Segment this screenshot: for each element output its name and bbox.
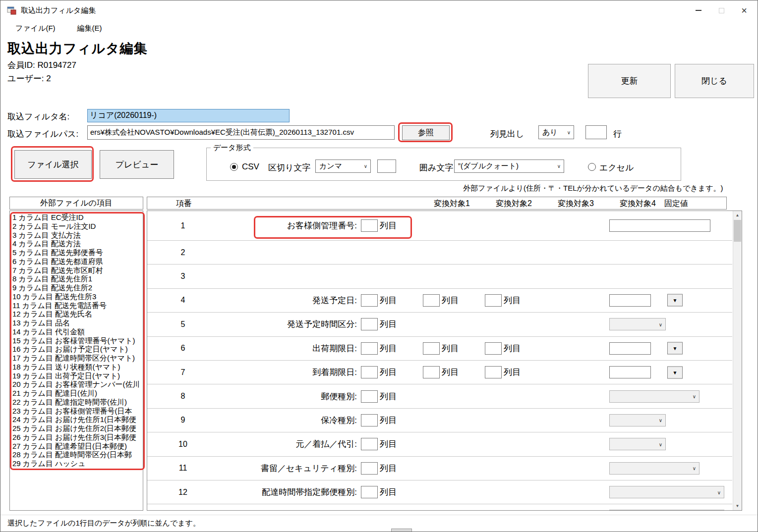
scroll-up-icon[interactable]: ▲ bbox=[733, 211, 742, 219]
external-file-item[interactable]: 5 カラム目 配送先郵便番号 bbox=[12, 248, 143, 257]
external-file-item[interactable]: 9 カラム目 配送先住所2 bbox=[12, 283, 143, 292]
fixed-value-select[interactable]: ∨ bbox=[609, 318, 666, 330]
external-file-item[interactable]: 21 カラム目 配達日(佐川) bbox=[12, 389, 143, 398]
column-number-input[interactable] bbox=[361, 318, 378, 330]
column-number-input[interactable] bbox=[361, 219, 378, 232]
external-file-item[interactable]: 2 カラム目 モール注文ID bbox=[12, 222, 143, 231]
column-number-input[interactable] bbox=[485, 366, 502, 378]
column-number-input[interactable] bbox=[361, 342, 378, 355]
external-file-item[interactable]: 15 カラム目 お客様管理番号(ヤマト) bbox=[12, 336, 143, 345]
external-file-item[interactable]: 27 カラム目 配達希望日(日本郵便) bbox=[12, 442, 143, 451]
mapping-row: 4発送予定日:列目列目列目▼ bbox=[147, 289, 732, 313]
fixed-value-input[interactable] bbox=[609, 342, 651, 355]
row-label: 出荷期限日: bbox=[202, 337, 357, 360]
fixed-value-select[interactable]: ∨ bbox=[609, 510, 724, 510]
quote-select[interactable]: ”(ダブルクォート) ∨ bbox=[454, 160, 564, 173]
external-file-item[interactable]: 3 カラム目 支払方法 bbox=[12, 231, 143, 240]
column-number-input[interactable] bbox=[361, 438, 378, 450]
delimiter-select[interactable]: カンマ ∨ bbox=[315, 160, 371, 173]
external-file-item[interactable]: 24 カラム目 お届け先住所1(日本郵便 bbox=[12, 415, 143, 424]
dropdown-button[interactable]: ▼ bbox=[667, 366, 683, 378]
external-file-item[interactable]: 6 カラム目 配送先都道府県 bbox=[12, 257, 143, 266]
external-file-item[interactable]: 20 カラム目 お客様管理ナンバー(佐川 bbox=[12, 380, 143, 389]
vertical-scrollbar[interactable]: ▲ ▼ bbox=[733, 211, 742, 510]
fixed-value-select[interactable]: ∨ bbox=[609, 462, 700, 475]
header-row-count-input[interactable] bbox=[585, 125, 607, 139]
file-select-button[interactable]: ファイル選択 bbox=[14, 150, 92, 179]
external-file-item[interactable]: 13 カラム目 品名 bbox=[12, 319, 143, 327]
file-path-label: 取込ファイルパス: bbox=[7, 128, 78, 140]
column-number-input[interactable] bbox=[361, 414, 378, 426]
fixed-value-input[interactable] bbox=[609, 294, 651, 307]
mapping-row: 2 bbox=[147, 241, 732, 265]
excel-radio[interactable] bbox=[588, 163, 596, 171]
chevron-down-icon: ∨ bbox=[659, 441, 662, 447]
external-file-item[interactable]: 4 カラム目 配送方法 bbox=[12, 239, 143, 248]
dropdown-button[interactable]: ▼ bbox=[667, 294, 683, 307]
column-number-input[interactable] bbox=[485, 342, 502, 355]
scroll-down-icon[interactable]: ▼ bbox=[733, 502, 742, 510]
column-number-input[interactable] bbox=[361, 294, 378, 307]
external-file-item[interactable]: 29 カラム目 ハッシュ bbox=[12, 459, 143, 468]
external-file-list: 1 カラム目 EC受注ID2 カラム目 モール注文ID3 カラム目 支払方法4 … bbox=[9, 211, 143, 511]
menu-file[interactable]: ファイル(F) bbox=[15, 24, 56, 33]
external-file-item[interactable]: 23 カラム目 お客様側管理番号(日本 bbox=[12, 407, 143, 416]
dropdown-arrow-icon: ▼ bbox=[673, 298, 678, 303]
external-file-item[interactable]: 8 カラム目 配送先住所1 bbox=[12, 274, 143, 283]
close-button[interactable]: 閉じる bbox=[675, 64, 754, 98]
external-file-item[interactable]: 25 カラム目 お届け先住所2(日本郵便 bbox=[12, 424, 143, 433]
header-row-value: あり bbox=[542, 128, 558, 137]
external-file-item[interactable]: 7 カラム目 配送先市区町村 bbox=[12, 266, 143, 275]
fixed-value-input[interactable] bbox=[609, 219, 710, 232]
scrollbar-thumb[interactable] bbox=[734, 220, 741, 242]
column-number-input[interactable] bbox=[423, 366, 440, 378]
close-window-button[interactable]: × bbox=[733, 0, 756, 20]
column-number-input[interactable] bbox=[361, 390, 378, 403]
column-number-input[interactable] bbox=[361, 366, 378, 378]
external-file-item[interactable]: 16 カラム目 お届け予定日(ヤマト) bbox=[12, 345, 143, 354]
header-row-select[interactable]: あり ∨ bbox=[538, 125, 574, 139]
column-suffix-label: 列目 bbox=[442, 295, 459, 306]
external-file-item[interactable]: 26 カラム目 お届け先住所3(日本郵便 bbox=[12, 433, 143, 442]
fixed-value-input[interactable] bbox=[609, 366, 651, 378]
external-file-item[interactable]: 17 カラム目 配達時間帯区分(ヤマト) bbox=[12, 354, 143, 363]
row-number: 10 bbox=[171, 432, 195, 456]
column-suffix-label: 列目 bbox=[442, 343, 459, 354]
external-file-item[interactable]: 18 カラム目 送り状種類(ヤマト) bbox=[12, 363, 143, 372]
external-file-item[interactable]: 19 カラム目 出荷予定日(ヤマト) bbox=[12, 372, 143, 380]
csv-radio-label: CSV bbox=[242, 162, 259, 172]
column-number-input[interactable] bbox=[423, 294, 440, 307]
preview-button[interactable]: プレビュー bbox=[100, 150, 174, 179]
column-number-input[interactable] bbox=[485, 294, 502, 307]
external-file-item[interactable]: 12 カラム目 配送先氏名 bbox=[12, 310, 143, 319]
external-file-item[interactable]: 28 カラム目 配達時間帯区分(日本郵 bbox=[12, 450, 143, 459]
chevron-down-icon: ∨ bbox=[717, 489, 721, 495]
custom-delimiter-input[interactable] bbox=[377, 160, 396, 173]
app-window: 取込出力フィルタ編集 × ファイル(F) 編集(E) 取込出力フィルタ編集 会員… bbox=[0, 0, 758, 532]
menubar: ファイル(F) 編集(E) bbox=[0, 20, 758, 37]
external-file-header: 外部ファイルの項目 bbox=[9, 197, 143, 210]
fixed-value-select[interactable]: ∨ bbox=[609, 414, 666, 426]
file-path-input[interactable] bbox=[87, 125, 395, 140]
external-file-item[interactable]: 11 カラム目 配送先電話番号 bbox=[12, 301, 143, 310]
mapping-row: 8郵便種別:列目∨ bbox=[147, 384, 732, 408]
external-file-item[interactable]: 14 カラム目 代引金額 bbox=[12, 327, 143, 336]
browse-button[interactable]: 参照 bbox=[402, 125, 450, 140]
fixed-value-select[interactable]: ∨ bbox=[609, 390, 700, 403]
maximize-button[interactable] bbox=[710, 0, 733, 20]
minimize-button[interactable] bbox=[687, 0, 710, 20]
external-file-item[interactable]: 22 カラム目 配達指定時間帯(佐川) bbox=[12, 398, 143, 407]
column-number-input[interactable] bbox=[423, 342, 440, 355]
filter-name-input[interactable] bbox=[87, 109, 290, 122]
fixed-value-select[interactable]: ∨ bbox=[609, 486, 724, 498]
external-file-item[interactable]: 1 カラム目 EC受注ID bbox=[12, 213, 143, 222]
update-button[interactable]: 更新 bbox=[588, 64, 671, 98]
fixed-value-select[interactable]: ∨ bbox=[609, 438, 666, 450]
column-number-input[interactable] bbox=[361, 486, 378, 498]
column-number-input[interactable] bbox=[361, 462, 378, 475]
external-file-item[interactable]: 10 カラム目 配送先住所3 bbox=[12, 292, 143, 301]
menu-edit[interactable]: 編集(E) bbox=[77, 24, 102, 33]
csv-radio[interactable] bbox=[230, 163, 238, 171]
dropdown-button[interactable]: ▼ bbox=[667, 342, 683, 355]
fixed-value-cell bbox=[609, 337, 651, 360]
